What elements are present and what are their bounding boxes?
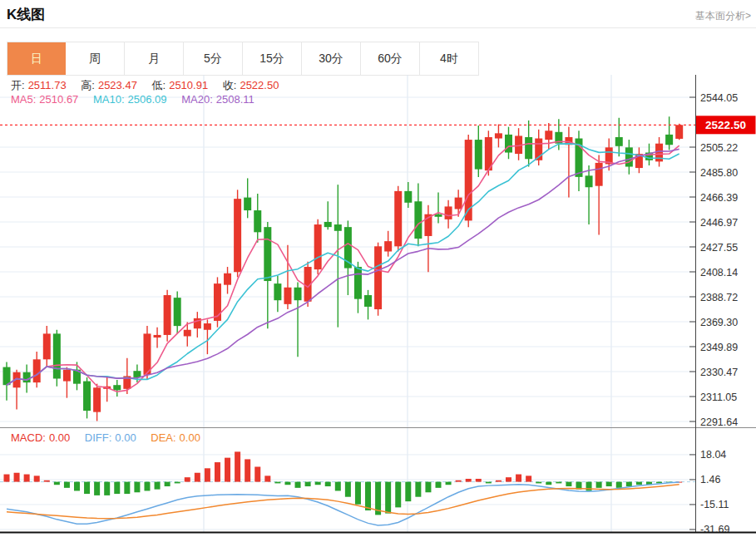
tab-day[interactable]: 日 bbox=[7, 42, 66, 75]
macd-bar bbox=[596, 482, 602, 488]
close-label: 收: bbox=[223, 79, 237, 91]
candle[interactable] bbox=[234, 199, 241, 272]
macd-bar bbox=[566, 482, 571, 486]
macd-bar bbox=[4, 475, 10, 482]
low-value: 2510.91 bbox=[169, 79, 208, 91]
candle[interactable] bbox=[414, 201, 422, 239]
candle[interactable] bbox=[314, 224, 322, 269]
tab-month[interactable]: 月 bbox=[125, 42, 184, 75]
macd-bar bbox=[626, 482, 632, 486]
candle[interactable] bbox=[53, 333, 61, 378]
candle[interactable] bbox=[294, 288, 302, 300]
candle[interactable] bbox=[374, 246, 382, 309]
candle[interactable] bbox=[284, 288, 291, 304]
candle[interactable] bbox=[254, 210, 261, 232]
candle[interactable] bbox=[525, 137, 532, 159]
macd-bar bbox=[84, 482, 90, 494]
candle[interactable] bbox=[244, 198, 251, 210]
candle[interactable] bbox=[164, 295, 171, 335]
macd-axis-label: -31.69 bbox=[700, 524, 729, 535]
candle[interactable] bbox=[665, 135, 673, 145]
macd-bar bbox=[546, 482, 551, 485]
y-axis-label: 2544.05 bbox=[700, 92, 738, 104]
candle[interactable] bbox=[615, 137, 623, 146]
macd-bar bbox=[124, 482, 130, 494]
candle[interactable] bbox=[586, 175, 593, 187]
tab-60min[interactable]: 60分 bbox=[361, 42, 420, 75]
candle[interactable] bbox=[63, 370, 71, 382]
candle[interactable] bbox=[455, 198, 462, 209]
macd-bar bbox=[466, 479, 472, 482]
candle[interactable] bbox=[93, 387, 101, 411]
candle[interactable] bbox=[264, 227, 271, 281]
macd-bar bbox=[185, 477, 190, 481]
fundamental-analysis-link[interactable]: 基本面分析> bbox=[695, 9, 751, 23]
macd-bar bbox=[456, 480, 462, 482]
candle[interactable] bbox=[83, 382, 91, 411]
low-label: 低: bbox=[152, 79, 166, 91]
candle[interactable] bbox=[33, 359, 41, 382]
page-title: K线图 bbox=[7, 5, 45, 24]
candle[interactable] bbox=[495, 133, 502, 138]
candle[interactable] bbox=[43, 333, 51, 359]
candle[interactable] bbox=[505, 135, 512, 153]
macd-bar bbox=[254, 467, 260, 482]
macd-bar bbox=[54, 482, 60, 485]
ma10-value: 2506.09 bbox=[128, 93, 167, 106]
candle[interactable] bbox=[545, 131, 552, 140]
candle[interactable] bbox=[394, 191, 402, 246]
high-label: 高: bbox=[81, 79, 95, 91]
candle[interactable] bbox=[113, 385, 121, 390]
candle[interactable] bbox=[364, 295, 372, 307]
macd-bar bbox=[506, 477, 511, 481]
candle[interactable] bbox=[143, 333, 151, 374]
y-axis-label: 2330.47 bbox=[700, 367, 738, 378]
macd-bar bbox=[104, 482, 110, 495]
candle[interactable] bbox=[324, 222, 332, 227]
macd-bar bbox=[134, 482, 140, 493]
timeframe-tabs: 日 周 月 5分 15分 30分 60分 4时 bbox=[7, 42, 479, 76]
macd-bar bbox=[175, 482, 180, 484]
candle[interactable] bbox=[384, 241, 392, 251]
candle[interactable] bbox=[274, 283, 281, 300]
candle[interactable] bbox=[475, 140, 482, 170]
ma20-value: 2508.11 bbox=[216, 93, 254, 106]
tab-4hour[interactable]: 4时 bbox=[420, 42, 478, 75]
candle[interactable] bbox=[204, 323, 211, 330]
macd-bar bbox=[345, 482, 351, 497]
candle[interactable] bbox=[174, 298, 181, 326]
candle[interactable] bbox=[625, 147, 633, 166]
kline-chart[interactable]: 2544.052505.222485.802466.392446.972427.… bbox=[0, 75, 756, 542]
macd-bar bbox=[335, 482, 341, 491]
macd-bar bbox=[556, 482, 561, 484]
tab-week[interactable]: 周 bbox=[66, 42, 125, 75]
tab-30min[interactable]: 30分 bbox=[302, 42, 361, 75]
y-axis-label: 2291.64 bbox=[700, 416, 738, 428]
tab-15min[interactable]: 15分 bbox=[243, 42, 302, 75]
macd-bar bbox=[74, 482, 80, 491]
macd-bar bbox=[264, 475, 270, 481]
page-header: K线图 基本面分析> bbox=[0, 0, 756, 28]
macd-bar bbox=[155, 482, 161, 490]
candle[interactable] bbox=[154, 335, 161, 338]
macd-bar bbox=[195, 473, 200, 482]
candle[interactable] bbox=[133, 371, 141, 377]
candle[interactable] bbox=[465, 140, 472, 220]
candle[interactable] bbox=[224, 273, 231, 285]
candle[interactable] bbox=[595, 163, 603, 186]
candle[interactable] bbox=[445, 206, 452, 219]
macd-bar bbox=[325, 482, 331, 486]
candle[interactable] bbox=[675, 125, 683, 139]
y-axis-label: 2369.30 bbox=[700, 317, 738, 328]
high-value: 2523.47 bbox=[98, 79, 137, 91]
y-axis-label: 2505.22 bbox=[700, 142, 738, 154]
candle[interactable] bbox=[184, 330, 191, 337]
tab-5min[interactable]: 5分 bbox=[184, 42, 243, 75]
candle[interactable] bbox=[404, 191, 412, 203]
candle[interactable] bbox=[3, 367, 11, 386]
macd-bar bbox=[486, 482, 492, 484]
candle[interactable] bbox=[23, 372, 31, 382]
candle[interactable] bbox=[354, 267, 362, 299]
macd-bar bbox=[365, 482, 371, 510]
candle[interactable] bbox=[334, 224, 342, 231]
